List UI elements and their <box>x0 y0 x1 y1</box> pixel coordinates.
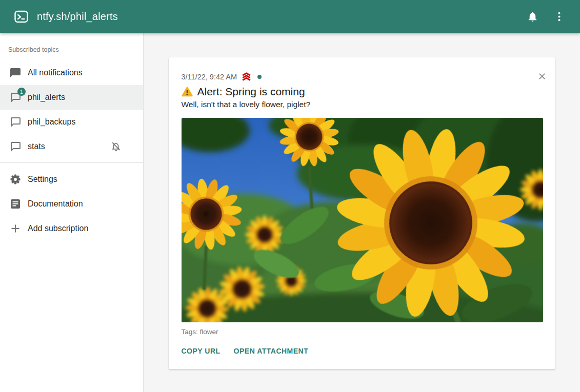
action-label: Settings <box>28 175 57 184</box>
overflow-menu-icon[interactable] <box>552 10 566 23</box>
article-icon <box>9 198 22 210</box>
unread-dot <box>257 75 262 79</box>
chat-bubble-outline-icon: 1 <box>9 91 22 104</box>
action-label: Add subscription <box>28 224 88 233</box>
notification-card: 3/11/22, 9:42 AM A <box>169 57 555 369</box>
notification-body: Well, isn't that a lovely flower, piglet… <box>182 100 543 109</box>
sidebar-item-settings[interactable]: Settings <box>0 167 143 192</box>
priority-high-icon <box>241 72 252 81</box>
topic-label: phil_alerts <box>28 93 65 102</box>
ntfy-terminal-logo-icon <box>14 10 28 24</box>
topic-label: All notifications <box>28 68 83 77</box>
topic-label: stats <box>28 142 45 151</box>
sidebar: Subscribed topics All notifications 1 ph… <box>0 33 144 392</box>
attachment-image[interactable] <box>182 118 543 322</box>
gear-icon <box>9 173 22 185</box>
timestamp: 3/11/22, 9:42 AM <box>182 73 237 81</box>
sidebar-item-stats[interactable]: stats <box>0 134 143 159</box>
appbar: ntfy.sh/phil_alerts <box>0 0 580 33</box>
action-label: Documentation <box>28 199 83 209</box>
tags-label: Tags: flower <box>182 328 543 336</box>
close-icon[interactable] <box>537 72 547 81</box>
copy-url-button[interactable]: COPY URL <box>182 343 221 359</box>
unread-badge: 1 <box>17 88 26 96</box>
notification-title-row: Alert: Spring is coming <box>182 86 543 98</box>
chat-bubble-outline-icon <box>9 116 22 128</box>
bell-muted-icon <box>110 141 122 152</box>
sidebar-item-phil-alerts[interactable]: 1 phil_alerts <box>0 85 143 110</box>
sidebar-item-all-notifications[interactable]: All notifications <box>0 60 143 85</box>
sidebar-divider <box>0 162 143 163</box>
plus-icon <box>9 222 22 235</box>
card-actions: COPY URL OPEN ATTACHMENT <box>182 343 543 359</box>
warning-emoji-icon <box>182 87 193 97</box>
main-content: 3/11/22, 9:42 AM A <box>144 33 580 392</box>
sidebar-item-phil-backups[interactable]: phil_backups <box>0 110 143 134</box>
subscribed-topics-label: Subscribed topics <box>0 33 143 60</box>
chat-bubble-outline-icon <box>9 140 22 153</box>
sidebar-item-add-subscription[interactable]: Add subscription <box>0 216 143 241</box>
notifications-bell-icon[interactable] <box>526 10 539 23</box>
appbar-actions <box>526 10 571 23</box>
chat-bubble-filled-icon <box>9 67 22 79</box>
open-attachment-button[interactable]: OPEN ATTACHMENT <box>234 343 309 359</box>
notification-title: Alert: Spring is coming <box>197 86 305 98</box>
page-title: ntfy.sh/phil_alerts <box>37 11 526 23</box>
topic-label: phil_backups <box>28 117 75 127</box>
sidebar-item-documentation[interactable]: Documentation <box>0 192 143 216</box>
notification-meta: 3/11/22, 9:42 AM <box>182 72 543 81</box>
